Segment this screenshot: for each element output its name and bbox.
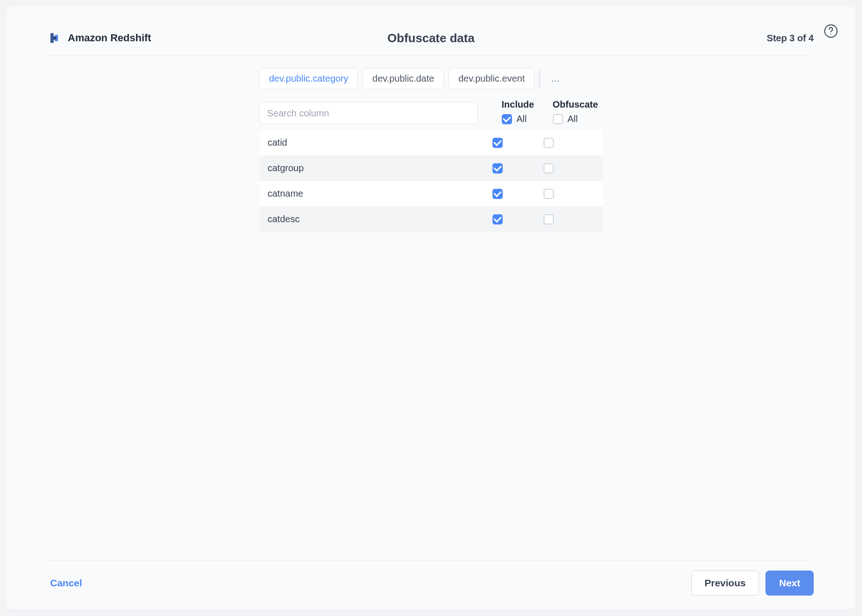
tab-dev-public-category[interactable]: dev.public.category: [259, 68, 358, 89]
include-all-checkbox[interactable]: [502, 114, 512, 124]
obfuscate-all-label: All: [568, 114, 578, 124]
table-tabs: dev.public.categorydev.public.datedev.pu…: [259, 68, 603, 89]
table-row: catid: [259, 130, 603, 155]
step-indicator: Step 3 of 4: [767, 33, 814, 44]
include-title: Include: [502, 99, 552, 110]
wizard-card: Amazon Redshift Obfuscate data Step 3 of…: [6, 6, 856, 610]
search-input[interactable]: [259, 102, 478, 124]
obfuscate-checkbox[interactable]: [544, 214, 554, 225]
source-label: Amazon Redshift: [68, 32, 151, 44]
wizard-footer: Cancel Previous Next: [48, 560, 814, 596]
column-name: catdesc: [268, 214, 493, 225]
obfuscate-checkbox[interactable]: [544, 138, 554, 148]
redshift-icon: [48, 32, 61, 45]
obfuscate-checkbox[interactable]: [544, 189, 554, 199]
svg-rect-4: [53, 37, 57, 40]
content-area: dev.public.categorydev.public.datedev.pu…: [48, 56, 814, 560]
include-column-header: Include All: [501, 99, 552, 124]
tab-dev-public-event[interactable]: dev.public.event: [448, 68, 534, 89]
cancel-button[interactable]: Cancel: [48, 573, 84, 593]
obfuscate-title: Obfuscate: [553, 99, 603, 110]
help-icon[interactable]: [823, 23, 839, 39]
column-name: catid: [268, 137, 493, 148]
page-title: Obfuscate data: [388, 31, 475, 45]
obfuscate-checkbox[interactable]: [544, 163, 554, 173]
obfuscate-column-header: Obfuscate All: [552, 99, 603, 124]
tab-divider: [539, 70, 540, 88]
include-checkbox[interactable]: [493, 138, 503, 148]
table-row: catdesc: [259, 206, 603, 232]
previous-button[interactable]: Previous: [691, 571, 759, 596]
next-button[interactable]: Next: [765, 571, 814, 596]
svg-point-1: [830, 34, 831, 35]
include-all-label: All: [517, 114, 527, 124]
column-name: catname: [268, 188, 493, 199]
columns-table: catidcatgroupcatnamecatdesc: [259, 130, 603, 232]
include-checkbox[interactable]: [493, 163, 503, 173]
include-checkbox[interactable]: [493, 214, 503, 225]
column-name: catgroup: [268, 163, 493, 173]
include-checkbox[interactable]: [493, 189, 503, 199]
table-row: catname: [259, 181, 603, 206]
table-row: catgroup: [259, 155, 603, 181]
tab-dev-public-date[interactable]: dev.public.date: [363, 68, 444, 89]
more-tabs-button[interactable]: …: [545, 69, 566, 89]
obfuscate-all-checkbox[interactable]: [553, 114, 563, 124]
wizard-header: Amazon Redshift Obfuscate data Step 3 of…: [48, 20, 814, 56]
